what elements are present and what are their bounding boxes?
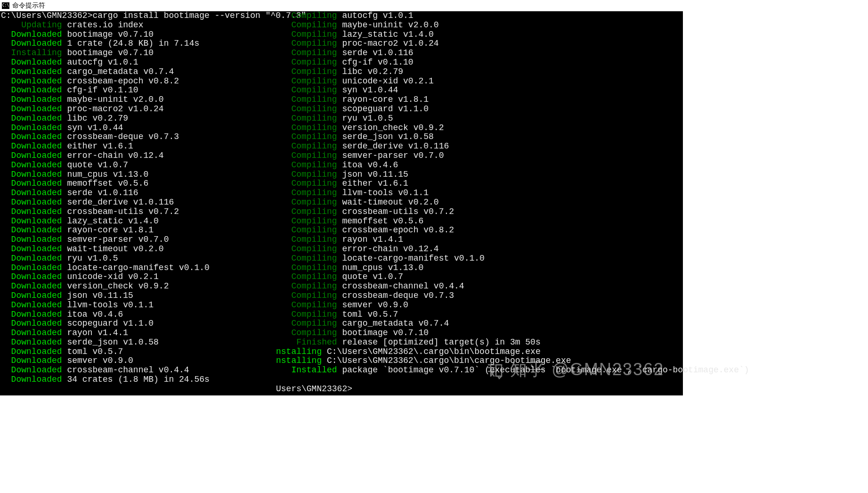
- terminal-line: Downloaded error-chain v0.12.4: [1, 151, 276, 161]
- window-titlebar[interactable]: C:\ 命令提示符: [0, 0, 683, 11]
- status-text: semver v0.9.0: [337, 300, 408, 310]
- terminal-line: Downloaded either v1.6.1: [1, 142, 276, 151]
- terminal-line: Compiling quote v1.0.7: [276, 272, 683, 282]
- status-text: num_cpus v1.13.0: [337, 263, 424, 272]
- status-label: Compiling: [276, 48, 337, 58]
- status-text: crossbeam-deque v0.7.3: [62, 132, 179, 141]
- status-text: rayon v1.4.1: [337, 235, 403, 244]
- terminal-line: Downloaded version_check v0.9.2: [1, 282, 276, 291]
- prompt-path: C:\Users\GMN23362>: [1, 11, 92, 20]
- status-label: Compiling: [276, 76, 337, 86]
- terminal-line: Compiling llvm-tools v0.1.1: [276, 189, 683, 198]
- status-label: Downloaded: [1, 179, 62, 188]
- terminal-line: Downloaded serde_derive v1.0.116: [1, 198, 276, 207]
- status-label: Downloaded: [1, 235, 62, 244]
- status-label: Compiling: [276, 67, 337, 76]
- status-label: Compiling: [276, 263, 337, 272]
- status-label: Compiling: [276, 95, 337, 104]
- blank-line: [276, 375, 683, 385]
- terminal-line: Compiling syn v1.0.44: [276, 86, 683, 95]
- terminal-line: Downloaded libc v0.2.79: [1, 114, 276, 123]
- terminal-line: Compiling memoffset v0.5.6: [276, 217, 683, 226]
- status-label: Compiling: [276, 328, 337, 337]
- terminal-line: Downloaded proc-macro2 v1.0.24: [1, 105, 276, 114]
- status-text: llvm-tools v0.1.1: [337, 188, 429, 197]
- status-label: Downloaded: [1, 58, 62, 67]
- status-text: crossbeam-epoch v0.8.2: [337, 225, 454, 235]
- window-title: 命令提示符: [12, 1, 45, 10]
- terminal-line: Compiling serde_json v1.0.58: [276, 132, 683, 142]
- status-label: Downloaded: [1, 30, 62, 39]
- status-text: bootimage v0.7.10: [62, 48, 154, 58]
- terminal-line: Downloaded rayon-core v1.8.1: [1, 226, 276, 235]
- status-text: C:\Users\GMN23362\.cargo\bin\bootimage.e…: [322, 347, 540, 356]
- terminal-line: Compiling scopeguard v1.1.0: [276, 105, 683, 114]
- status-text: maybe-uninit v2.0.0: [337, 20, 439, 30]
- status-label: nstalling: [276, 347, 322, 356]
- status-text: serde v1.0.116: [62, 188, 138, 197]
- status-text: toml v0.5.7: [62, 347, 123, 356]
- status-text: quote v1.0.7: [62, 160, 128, 170]
- terminal-line: Downloaded cargo_metadata v0.7.4: [1, 67, 276, 77]
- terminal-line: Downloaded crossbeam-deque v0.7.3: [1, 132, 276, 142]
- status-label: Compiling: [276, 30, 337, 39]
- status-text: crossbeam-epoch v0.8.2: [62, 76, 179, 86]
- status-text: version_check v0.9.2: [337, 123, 444, 132]
- status-text: serde_json v1.0.58: [62, 337, 159, 347]
- terminal-area[interactable]: C:\Users\GMN23362>cargo install bootimag…: [0, 11, 683, 395]
- status-text: bootimage v0.7.10: [337, 328, 429, 337]
- status-text: wait-timeout v0.2.0: [62, 244, 164, 254]
- status-label: Finished: [276, 337, 337, 347]
- status-text: proc-macro2 v1.0.24: [62, 104, 164, 114]
- terminal-line: Compiling error-chain v0.12.4: [276, 245, 683, 254]
- status-text: proc-macro2 v1.0.24: [337, 39, 439, 48]
- terminal-line: Downloaded quote v1.0.7: [1, 161, 276, 170]
- terminal-line: Compiling serde v1.0.116: [276, 49, 683, 58]
- status-text: num_cpus v1.13.0: [62, 170, 149, 179]
- status-text: serde_derive v1.0.116: [62, 197, 174, 207]
- status-text: llvm-tools v0.1.1: [62, 300, 154, 310]
- prompt-line: Users\GMN23362>: [276, 385, 683, 394]
- status-label: Compiling: [276, 300, 337, 310]
- status-text: serde_derive v1.0.116: [337, 141, 449, 151]
- status-label: Downloaded: [1, 244, 62, 254]
- terminal-line: Compiling libc v0.2.79: [276, 67, 683, 77]
- terminal-line: Compiling cfg-if v0.1.10: [276, 58, 683, 67]
- status-label: Downloaded: [1, 328, 62, 337]
- status-label: Compiling: [276, 20, 337, 30]
- status-label: Downloaded: [1, 291, 62, 300]
- status-label: Downloaded: [1, 67, 62, 76]
- terminal-line: Downloaded scopeguard v1.1.0: [1, 319, 276, 329]
- terminal-line: Downloaded 1 crate (24.8 KB) in 7.14s: [1, 39, 276, 49]
- status-text: cargo_metadata v0.7.4: [62, 67, 174, 76]
- status-text: scopeguard v1.1.0: [62, 319, 154, 328]
- status-label: Downloaded: [1, 225, 62, 235]
- status-text: C:\Users\GMN23362\.cargo\bin\cargo-booti…: [322, 356, 571, 365]
- status-label: Compiling: [276, 85, 337, 95]
- cmd-icon: C:\: [2, 2, 9, 9]
- status-label: Downloaded: [1, 104, 62, 114]
- status-text: toml v0.5.7: [337, 310, 398, 319]
- terminal-line: Compiling unicode-xid v0.2.1: [276, 77, 683, 86]
- status-text: ryu v1.0.5: [337, 114, 393, 123]
- status-text: lazy_static v1.4.0: [62, 216, 159, 226]
- terminal-line: Downloaded bootimage v0.7.10: [1, 30, 276, 40]
- status-label: Compiling: [276, 141, 337, 151]
- terminal-line: Compiling lazy_static v1.4.0: [276, 30, 683, 40]
- terminal-line: Compiling ryu v1.0.5: [276, 114, 683, 123]
- status-label: Downloaded: [1, 310, 62, 319]
- status-label: Downloaded: [1, 160, 62, 170]
- terminal-line: Compiling bootimage v0.7.10: [276, 329, 683, 338]
- terminal-column-left: C:\Users\GMN23362>cargo install bootimag…: [0, 11, 276, 395]
- status-text: unicode-xid v0.2.1: [62, 272, 159, 281]
- status-label: Downloaded: [1, 375, 62, 384]
- terminal-line: Compiling rayon-core v1.8.1: [276, 95, 683, 105]
- status-label: Downloaded: [1, 337, 62, 347]
- status-text: error-chain v0.12.4: [337, 244, 439, 254]
- terminal-line: Compiling version_check v0.9.2: [276, 123, 683, 133]
- status-text: autocfg v1.0.1: [337, 11, 414, 20]
- status-label: Downloaded: [1, 39, 62, 48]
- status-text: ryu v1.0.5: [62, 254, 118, 263]
- status-label: Compiling: [276, 123, 337, 132]
- status-text: crossbeam-channel v0.4.4: [62, 365, 189, 375]
